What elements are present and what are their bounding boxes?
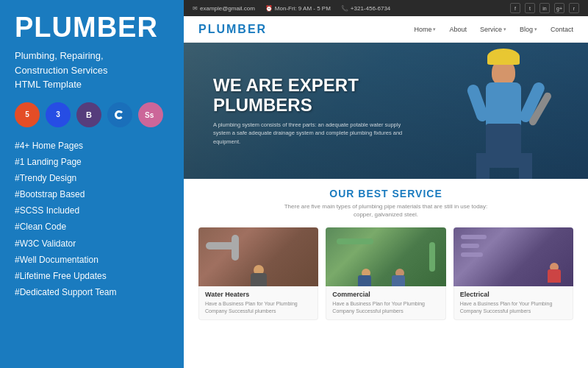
person-body <box>548 269 561 283</box>
service-card-commercial: Commercial Have a Business Plan for Your… <box>326 227 445 320</box>
features-list: #4+ Home Pages #1 Landing Page #Trendy D… <box>15 139 169 300</box>
html5-badge: 5 <box>15 102 40 127</box>
right-leg <box>519 153 532 179</box>
service-card-body-water: Water Heaters Have a Business Plan for Y… <box>198 286 318 320</box>
nav-about[interactable]: About <box>449 26 467 33</box>
pipe-v <box>232 235 239 261</box>
left-leg <box>476 153 490 179</box>
googleplus-icon[interactable]: g+ <box>554 3 564 13</box>
chevron-down-icon: ▾ <box>433 26 436 32</box>
chevron-down-icon: ▾ <box>503 26 506 32</box>
body <box>486 82 521 127</box>
services-subtitle: There are five main types of plumbing pi… <box>276 202 496 219</box>
nav-service[interactable]: Service ▾ <box>480 26 506 33</box>
pipe-h <box>337 238 373 244</box>
bootstrap-badge: B <box>76 102 101 127</box>
feature-item: #Trendy Design <box>15 171 169 185</box>
nav-bar: PLUMBER Home ▾ About Service ▾ Blog ▾ Co… <box>184 16 588 43</box>
hero-title: WE ARE EXPERT PLUMBERS <box>213 76 359 115</box>
left-panel: PLUMBER Plumbing, Repairing, Constructio… <box>0 0 184 368</box>
feature-item: #Lifetime Free Updates <box>15 269 169 283</box>
css3-badge: 3 <box>46 102 71 127</box>
top-bar: ✉ example@gmail.com ⏰ Mon-Fri: 9 AM - 5 … <box>184 0 588 16</box>
plumber-illustration <box>463 43 544 179</box>
feature-item: #Bootstrap Based <box>15 188 169 202</box>
chevron-down-icon: ▾ <box>534 26 537 32</box>
feature-item: #W3C Validator <box>15 237 169 251</box>
feature-item: #4+ Home Pages <box>15 139 169 153</box>
service-card-text: Have a Business Plan for Your Plumbing C… <box>460 300 567 315</box>
service-card-text: Have a Business Plan for Your Plumbing C… <box>332 300 439 315</box>
jquery-badge <box>107 102 132 127</box>
service-card-text: Have a Business Plan for Your Plumbing C… <box>205 300 312 315</box>
hero-description: A plumbing system consists of three part… <box>213 121 419 146</box>
right-panel: ✉ example@gmail.com ⏰ Mon-Fri: 9 AM - 5 … <box>184 0 588 368</box>
nav-links: Home ▾ About Service ▾ Blog ▾ Contact <box>414 26 573 33</box>
pipe-v <box>429 242 435 272</box>
facebook-icon[interactable]: f <box>510 3 520 13</box>
service-card-image-electrical <box>453 227 573 286</box>
top-bar-left: ✉ example@gmail.com ⏰ Mon-Fri: 9 AM - 5 … <box>193 5 390 12</box>
email-item: ✉ example@gmail.com <box>193 5 255 12</box>
nav-contact[interactable]: Contact <box>551 26 573 33</box>
hero-section: WE ARE EXPERT PLUMBERS A plumbing system… <box>184 43 588 179</box>
feature-item: #1 Landing Page <box>15 155 169 169</box>
service-card-body-electrical: Electrical Have a Business Plan for Your… <box>453 286 573 320</box>
services-section: OUR BEST SERVICE There are five main typ… <box>184 179 588 368</box>
nav-home[interactable]: Home ▾ <box>414 26 436 33</box>
feature-item: #SCSS Included <box>15 204 169 218</box>
tech-badges: 5 3 B Ss <box>15 102 169 127</box>
twitter-icon[interactable]: t <box>525 3 535 13</box>
nav-logo: PLUMBER <box>198 23 267 36</box>
service-card-title: Water Heaters <box>205 291 312 298</box>
phone-item: 📞 +321-456-6734 <box>341 5 391 12</box>
svg-text:Ss: Ss <box>145 111 154 119</box>
service-card-image-water <box>198 227 318 286</box>
product-title: PLUMBER <box>15 13 169 41</box>
linkedin-icon[interactable]: in <box>539 3 550 13</box>
elec-line3 <box>461 252 483 257</box>
service-card-body-commercial: Commercial Have a Business Plan for Your… <box>326 286 445 320</box>
rss-icon[interactable]: r <box>569 3 579 13</box>
person-body <box>251 273 267 286</box>
helmet <box>487 49 520 65</box>
pants <box>486 124 521 168</box>
feature-item: #Well Documentation <box>15 253 169 267</box>
pipe-h <box>206 242 235 250</box>
person2-body <box>392 275 405 286</box>
top-bar-social: f t in g+ r <box>510 3 579 13</box>
nav-blog[interactable]: Blog ▾ <box>520 26 537 33</box>
service-card-water: Water Heaters Have a Business Plan for Y… <box>198 227 318 320</box>
service-card-title: Electrical <box>460 291 567 298</box>
person1-body <box>358 275 371 286</box>
feature-item: #Dedicated Support Team <box>15 286 169 300</box>
feature-item: #Clean Code <box>15 220 169 234</box>
elec-line1 <box>461 235 487 239</box>
product-subtitle: Plumbing, Repairing, Construction Servic… <box>15 49 169 92</box>
service-cards: Water Heaters Have a Business Plan for Y… <box>198 227 573 320</box>
services-title: OUR BEST SERVICE <box>329 188 442 199</box>
elec-line2 <box>461 244 479 248</box>
service-card-title: Commercial <box>332 291 439 298</box>
service-card-image-commercial <box>326 227 445 286</box>
service-card-electrical: Electrical Have a Business Plan for Your… <box>453 227 573 320</box>
sass-badge: Ss <box>138 102 163 127</box>
hours-item: ⏰ Mon-Fri: 9 AM - 5 PM <box>265 5 331 12</box>
